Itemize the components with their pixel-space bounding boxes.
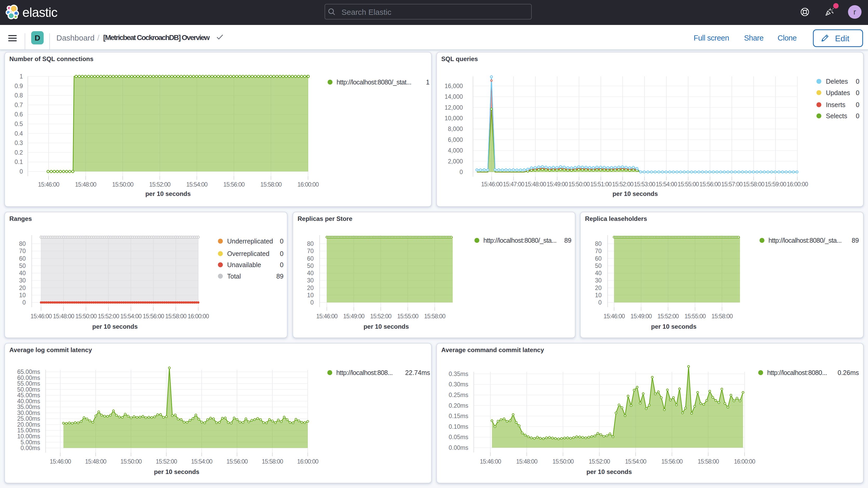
svg-text:15:46:00: 15:46:00 [30,313,52,319]
svg-text:10: 10 [307,292,314,299]
svg-text:15:48:00: 15:48:00 [53,313,74,319]
svg-text:0: 0 [310,299,314,306]
svg-text:60.00ms: 60.00ms [17,374,40,381]
svg-text:15:46:00: 15:46:00 [316,313,338,319]
svg-text:14,000: 14,000 [445,93,463,100]
svg-text:Number of SQL connections: Number of SQL connections [9,55,94,62]
svg-text:Replica leaseholders: Replica leaseholders [585,215,647,222]
svg-text:0: 0 [20,168,23,175]
svg-text:per 10 seconds: per 10 seconds [92,323,138,330]
svg-text:25.00ms: 25.00ms [17,415,40,422]
svg-text:10: 10 [19,292,26,299]
svg-text:15:58:00: 15:58:00 [711,313,733,319]
svg-text:Selects: Selects [826,112,847,120]
svg-text:15:54:00: 15:54:00 [186,181,208,188]
svg-text:15:46:00: 15:46:00 [603,313,625,319]
svg-text:15:49:00: 15:49:00 [630,313,652,319]
svg-text:0: 0 [460,169,463,175]
svg-text:15:52:00: 15:52:00 [657,313,679,319]
svg-text:0: 0 [856,112,860,120]
svg-text:Unavailable: Unavailable [227,261,261,268]
svg-text:0.9: 0.9 [14,83,23,89]
svg-text:5.00ms: 5.00ms [21,439,40,446]
svg-text:15:58:00: 15:58:00 [262,458,283,465]
svg-text:0.30ms: 0.30ms [449,381,468,388]
svg-text:15:58:00: 15:58:00 [424,313,445,319]
svg-text:45.00ms: 45.00ms [17,392,40,399]
svg-text:per 10 seconds: per 10 seconds [651,323,696,330]
svg-text:0.15ms: 0.15ms [449,413,468,419]
svg-text:89: 89 [851,237,859,244]
svg-text:0.00ms: 0.00ms [21,445,40,451]
svg-text:55.00ms: 55.00ms [17,380,40,387]
svg-text:Deletes: Deletes [826,78,848,85]
svg-text:40: 40 [307,270,314,276]
svg-text:15:50:00: 15:50:00 [120,458,142,465]
svg-text:http://localhost:8080/_sta...: http://localhost:8080/_sta... [484,237,556,244]
svg-text:15:52:00: 15:52:00 [589,458,610,465]
svg-text:per 10 seconds: per 10 seconds [154,468,199,475]
svg-text:15:56:00: 15:56:00 [699,181,721,188]
svg-text:80: 80 [307,240,314,247]
svg-text:80: 80 [595,240,601,247]
svg-text:Ranges: Ranges [9,215,32,222]
svg-text:15:52:00: 15:52:00 [156,458,177,465]
svg-text:40: 40 [595,270,601,276]
svg-text:0: 0 [280,238,283,245]
svg-text:0.3: 0.3 [14,140,23,146]
svg-text:per 10 seconds: per 10 seconds [587,468,632,475]
svg-text:15:46:00: 15:46:00 [480,458,501,465]
svg-text:30: 30 [595,277,601,284]
svg-text:Replicas per Store: Replicas per Store [298,215,352,222]
svg-text:20: 20 [307,284,314,291]
svg-text:89: 89 [564,237,571,244]
svg-text:Underreplicated: Underreplicated [227,238,273,245]
svg-text:2,000: 2,000 [448,158,463,165]
svg-text:15:56:00: 15:56:00 [661,458,683,465]
svg-text:SQL queries: SQL queries [441,55,478,62]
svg-text:0: 0 [280,250,283,257]
svg-text:0.25ms: 0.25ms [449,392,468,398]
svg-text:0: 0 [856,101,860,109]
svg-text:15:52:00: 15:52:00 [98,313,119,319]
svg-text:80: 80 [19,240,26,247]
svg-text:15:58:00: 15:58:00 [698,458,719,465]
svg-text:15:50:00: 15:50:00 [112,181,133,188]
svg-text:30: 30 [19,277,26,284]
svg-text:70: 70 [19,248,26,254]
svg-text:Updates: Updates [826,89,850,96]
svg-text:70: 70 [595,248,601,254]
svg-text:Overreplicated: Overreplicated [227,250,270,257]
svg-text:per 10 seconds: per 10 seconds [364,323,409,330]
svg-text:20: 20 [595,284,601,291]
svg-text:15:46:00: 15:46:00 [38,181,59,188]
svg-text:15:48:00: 15:48:00 [525,181,546,188]
svg-text:15:50:00: 15:50:00 [568,181,590,188]
svg-text:10,000: 10,000 [445,115,463,122]
svg-text:16:00:00: 16:00:00 [297,458,318,465]
svg-text:15:56:00: 15:56:00 [226,458,248,465]
svg-text:16:00:00: 16:00:00 [734,458,755,465]
svg-text:22.74ms: 22.74ms [405,369,430,376]
svg-text:15:54:00: 15:54:00 [625,458,646,465]
svg-text:16:00:00: 16:00:00 [297,181,319,188]
svg-text:60: 60 [19,255,26,262]
svg-text:40: 40 [19,270,26,276]
svg-text:15:58:00: 15:58:00 [165,313,187,319]
svg-text:50: 50 [595,263,601,269]
svg-text:15:48:00: 15:48:00 [85,458,106,465]
svg-text:15:50:00: 15:50:00 [553,458,574,465]
svg-text:0.20ms: 0.20ms [449,402,468,409]
svg-text:15:59:00: 15:59:00 [765,181,786,188]
svg-text:0.5: 0.5 [14,121,23,127]
svg-text:70: 70 [307,248,314,254]
svg-text:15:54:00: 15:54:00 [120,313,142,319]
svg-text:60: 60 [595,255,601,262]
svg-text:15:46:00: 15:46:00 [50,458,71,465]
svg-text:1: 1 [426,79,430,86]
svg-text:15:55:00: 15:55:00 [684,313,706,319]
svg-text:http://localhost:8080...: http://localhost:8080... [767,369,827,376]
svg-text:8,000: 8,000 [448,125,463,132]
svg-text:0.00ms: 0.00ms [449,444,468,451]
svg-text:0.4: 0.4 [14,130,23,137]
